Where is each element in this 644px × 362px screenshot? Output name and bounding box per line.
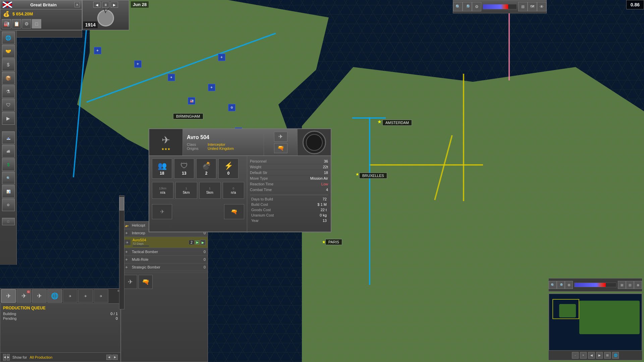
sidebar-btn-diplomacy[interactable]: 🤝 xyxy=(2,45,15,58)
sidebar-btn-military[interactable]: 🛡 xyxy=(2,99,15,111)
unit-tab-2[interactable]: ✈ G xyxy=(16,289,31,303)
mm-zoom-in[interactable]: + xyxy=(580,352,587,359)
sidebar-btn-play[interactable]: ▶ xyxy=(2,112,15,125)
range-val-2: 1 xyxy=(185,187,187,190)
sidebar-btn-city[interactable]: 🏙 xyxy=(2,145,15,158)
stat-val-3: 2 xyxy=(205,171,208,176)
unit-stars: ★★★ xyxy=(161,147,170,151)
unit-tab-1[interactable]: ✈ xyxy=(1,289,16,303)
play-btn[interactable]: ▶ xyxy=(200,240,206,245)
stat-val-4: 0 xyxy=(227,171,230,176)
toolbar-btn-2[interactable]: 📋 xyxy=(12,19,21,28)
sidebar-btn-production[interactable]: 📦 xyxy=(2,72,15,84)
rp-btn-3[interactable]: ⚙ xyxy=(472,2,481,11)
range-box-4: 0 n/a xyxy=(223,182,244,199)
minimap-btn-2[interactable]: 🔎 xyxy=(557,281,565,289)
map-unit-4[interactable]: 🏭 xyxy=(188,97,195,105)
mm-btn-extra-1[interactable]: ⊞ xyxy=(604,352,611,359)
speaker-inner xyxy=(306,134,323,151)
rp-btn-2[interactable]: 🔎 xyxy=(463,2,472,11)
sidebar-btn-economy[interactable]: $ xyxy=(2,58,15,71)
unit-icon-1[interactable]: ✈ xyxy=(123,275,137,289)
prod-item-multirole[interactable]: ✈ Multi-Role 0 xyxy=(121,256,208,263)
value-personnel: 36 xyxy=(324,159,328,163)
bruxelles-marker: ★ xyxy=(356,172,359,177)
prod-item-strategic[interactable]: ✈ Strategic Bomber 0 xyxy=(121,263,208,271)
minimap-btn-1[interactable]: 🔍 xyxy=(549,281,557,289)
prod-item-tactical[interactable]: ✈ Tactical Bomber 0 xyxy=(121,248,208,256)
cost-row-build: Build Cost $ 1 M xyxy=(250,202,328,207)
prod-count-tactical: 0 xyxy=(200,250,206,254)
sidebar-btn-settings[interactable]: ⚙ xyxy=(2,198,15,211)
toolbar-btn-3[interactable]: ⚙ xyxy=(22,19,31,28)
weapon-slot-2[interactable]: 🔫 xyxy=(224,204,244,219)
unit-tab-3[interactable]: ✈ 0 xyxy=(32,289,47,303)
label-days-to-build: Days to Build xyxy=(251,197,273,201)
rp-btn-6[interactable]: 👁 xyxy=(537,2,546,11)
toolbar-btn-1[interactable]: 🏭 xyxy=(2,19,11,28)
map-unit-7[interactable]: ✈ xyxy=(218,54,225,61)
minimap-btn-6[interactable]: ⊕ xyxy=(634,281,642,289)
map-unit-5[interactable]: ✈ xyxy=(208,84,215,91)
label-reaction-time: Reaction Time xyxy=(250,182,273,186)
sidebar-btn-globe[interactable]: 🌐 xyxy=(2,32,15,44)
map-unit-3[interactable]: ✈ xyxy=(168,74,175,81)
qty-up[interactable]: ▶ xyxy=(195,240,199,244)
rp-btn-1[interactable]: 🔍 xyxy=(453,2,463,11)
nav-left[interactable]: ◀ xyxy=(3,354,6,361)
prod-item-avro504[interactable]: ✈ Avro504 72 Days 2 ▶ ▶ xyxy=(121,237,208,248)
mm-btn-extra-2[interactable]: 🌐 xyxy=(612,352,619,359)
minimap-btn-4[interactable]: ⊞ xyxy=(618,281,626,289)
city-bruxelles: BRUXELLES xyxy=(359,173,387,179)
date-btn-prev[interactable]: ◀ xyxy=(93,2,101,8)
map-unit-6[interactable]: ⚙ xyxy=(228,104,235,111)
sidebar-btn-intel[interactable]: 🔍 xyxy=(2,172,15,184)
unit-tab-globe[interactable]: 🌐 xyxy=(47,289,62,303)
bottom-left-panel: ✈ ✈ G ✈ 0 🌐 ✈ ✈ ✈ PRODUCTION QUEUE Build… xyxy=(0,288,121,362)
stat-small-row: 13km n/a 1 5km 1 5km 0 n/a xyxy=(152,182,244,199)
sidebar-btn-trade[interactable]: 💲 xyxy=(2,158,15,171)
unit-preview-2[interactable]: ✈ xyxy=(78,289,93,303)
unit-stats: 👥 18 🛡 13 💣 2 ⚡ 0 13km xyxy=(149,156,331,233)
sidebar-btn-report[interactable]: 📊 xyxy=(2,185,15,198)
minimap-btn-3[interactable]: ⚙ xyxy=(565,281,573,289)
stat-row-move-type: Move Type Mission Air xyxy=(250,176,328,181)
unit-preview-3[interactable]: ✈ xyxy=(94,289,108,303)
nav-prev[interactable]: ◀ xyxy=(106,355,112,360)
pq-building-value: 0 / 1 xyxy=(111,312,118,316)
weapons-row: ✈ 🔫 xyxy=(152,204,244,219)
sidebar-btn-research[interactable]: ⚗ xyxy=(2,85,15,98)
top-bar: Great Britain × 💰 $ 654.20M 🏭 📋 ⚙ □ xyxy=(0,0,82,30)
label-build-cost: Build Cost xyxy=(251,202,268,206)
vertical-slider[interactable] xyxy=(119,195,124,309)
prod-count-strategic: 0 xyxy=(200,265,206,269)
sidebar-btn-terrain[interactable]: 🗻 xyxy=(2,131,15,144)
unit-badge-area: ✈ 🔫 xyxy=(264,129,297,156)
year-label: 1914 xyxy=(83,21,98,28)
sidebar-btn-expand[interactable]: □ xyxy=(2,218,15,225)
map-unit-2[interactable]: ✈ xyxy=(134,60,142,68)
mm-scroll-right[interactable]: ▶ xyxy=(596,352,603,359)
map-unit-1[interactable]: ✈ xyxy=(94,47,101,54)
rp-btn-5[interactable]: 🗺 xyxy=(528,2,537,11)
unit-icon-2[interactable]: 🔫 xyxy=(139,275,153,289)
stat-icons-row-1: 👥 18 🛡 13 💣 2 ⚡ 0 xyxy=(152,159,244,179)
close-button[interactable]: × xyxy=(74,2,80,7)
slider-thumb[interactable] xyxy=(119,197,124,210)
weapon-slot-1[interactable]: ✈ xyxy=(152,204,172,219)
class-value: Interceptor xyxy=(208,142,225,146)
date-btn-next[interactable]: ▶ xyxy=(111,2,118,8)
date-btn-pause[interactable]: ⏸ xyxy=(102,2,109,8)
minimap-btn-5[interactable]: ⊟ xyxy=(626,281,634,289)
rp-btn-4[interactable]: ⊞ xyxy=(518,2,528,11)
value-default-str: 18 xyxy=(324,171,328,175)
mm-zoom-out[interactable]: - xyxy=(572,352,579,359)
nav-right[interactable]: ▶ xyxy=(7,354,10,361)
mm-scroll-left[interactable]: ◀ xyxy=(588,352,595,359)
unit-preview-1[interactable]: ✈ xyxy=(63,289,77,303)
prod-name-tactical: Tactical Bomber xyxy=(132,250,198,254)
nav-next[interactable]: ▶ xyxy=(112,355,118,360)
unit-plane-icon: ✈ xyxy=(162,134,170,146)
rp-progress-bar xyxy=(483,4,517,9)
toolbar-btn-4[interactable]: □ xyxy=(32,19,41,28)
